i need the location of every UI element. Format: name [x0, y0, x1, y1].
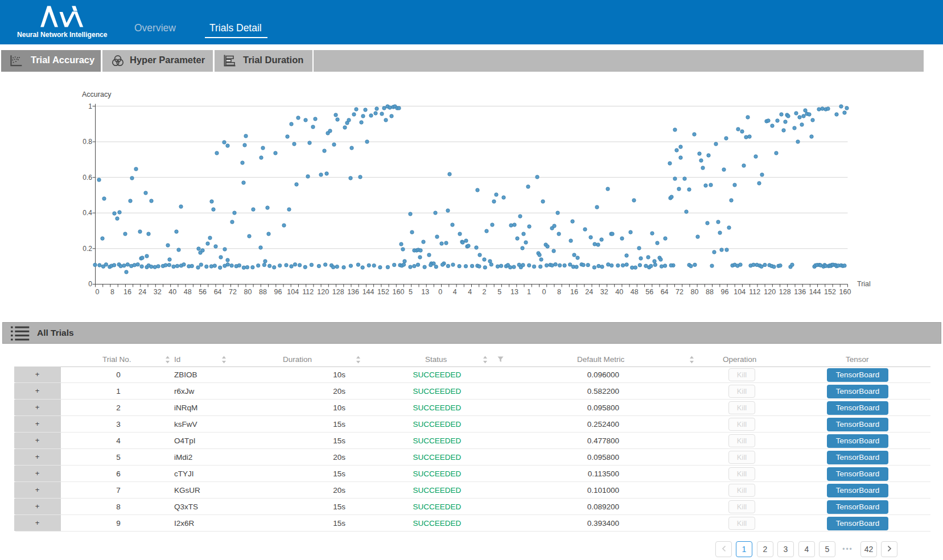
svg-text:24: 24	[585, 288, 593, 296]
svg-text:64: 64	[661, 288, 669, 296]
svg-text:112: 112	[302, 288, 314, 296]
svg-text:0: 0	[96, 288, 100, 296]
svg-text:Accuracy: Accuracy	[82, 90, 112, 98]
svg-text:56: 56	[199, 288, 207, 296]
svg-text:24: 24	[138, 288, 146, 296]
svg-text:13: 13	[510, 288, 518, 296]
svg-text:88: 88	[259, 288, 267, 296]
svg-text:40: 40	[615, 288, 623, 296]
svg-text:80: 80	[691, 288, 699, 296]
svg-text:96: 96	[274, 288, 282, 296]
svg-text:144: 144	[809, 288, 821, 296]
svg-text:0.2: 0.2	[83, 245, 92, 253]
svg-text:0: 0	[542, 288, 546, 296]
svg-text:32: 32	[154, 288, 162, 296]
svg-text:Trial: Trial	[857, 280, 871, 288]
svg-text:104: 104	[734, 288, 746, 296]
svg-text:104: 104	[287, 288, 299, 296]
svg-text:120: 120	[764, 288, 776, 296]
svg-text:128: 128	[779, 288, 791, 296]
svg-text:4: 4	[453, 288, 457, 296]
svg-text:0.6: 0.6	[83, 174, 92, 182]
svg-text:96: 96	[720, 288, 728, 296]
svg-text:0: 0	[438, 288, 442, 296]
svg-text:120: 120	[317, 288, 329, 296]
svg-text:152: 152	[377, 288, 389, 296]
svg-text:0: 0	[88, 280, 92, 288]
svg-text:72: 72	[676, 288, 683, 296]
svg-text:16: 16	[123, 288, 131, 296]
svg-text:48: 48	[631, 288, 639, 296]
svg-text:40: 40	[168, 288, 176, 296]
svg-text:2: 2	[483, 288, 487, 296]
svg-text:64: 64	[214, 288, 222, 296]
svg-text:136: 136	[794, 288, 806, 296]
svg-text:5: 5	[409, 288, 413, 296]
svg-text:80: 80	[244, 288, 252, 296]
svg-text:0.8: 0.8	[83, 138, 92, 146]
svg-text:5: 5	[497, 288, 501, 296]
svg-text:144: 144	[363, 288, 374, 296]
svg-text:1: 1	[88, 102, 92, 110]
svg-text:1: 1	[527, 288, 531, 296]
svg-text:88: 88	[706, 288, 714, 296]
svg-text:4: 4	[468, 288, 472, 296]
svg-text:136: 136	[347, 288, 359, 296]
svg-text:160: 160	[839, 288, 851, 296]
svg-text:8: 8	[110, 288, 114, 296]
svg-text:13: 13	[421, 288, 429, 296]
svg-text:160: 160	[393, 288, 405, 296]
svg-text:72: 72	[229, 288, 237, 296]
svg-text:128: 128	[332, 288, 344, 296]
svg-text:32: 32	[600, 288, 608, 296]
svg-text:16: 16	[570, 288, 578, 296]
svg-text:112: 112	[749, 288, 760, 296]
svg-text:152: 152	[824, 288, 836, 296]
svg-text:0.4: 0.4	[83, 209, 92, 217]
svg-text:48: 48	[184, 288, 192, 296]
svg-text:8: 8	[557, 288, 561, 296]
svg-text:56: 56	[645, 288, 653, 296]
